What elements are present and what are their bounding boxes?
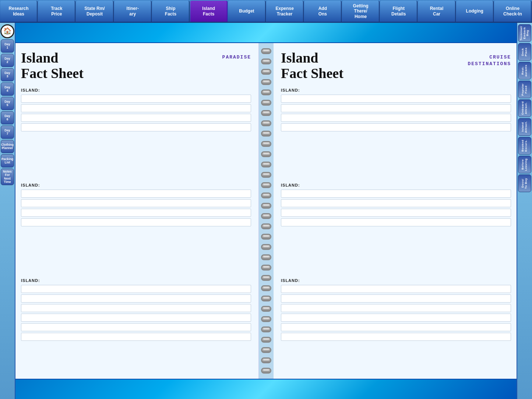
right-island-1-input-4[interactable] xyxy=(281,123,511,131)
spiral-ring xyxy=(261,368,271,374)
spiral-ring xyxy=(261,306,271,312)
left-island-2-input-3[interactable] xyxy=(21,209,251,217)
sidebar-day-6[interactable]: Day 6 xyxy=(1,111,14,124)
left-island-2-label: ISLAND: xyxy=(21,183,251,187)
right-island-2-input-4[interactable] xyxy=(281,218,511,226)
left-island-section-3: ISLAND: xyxy=(21,278,251,369)
spiral-ring xyxy=(261,296,271,301)
nav-track-price[interactable]: Track Price xyxy=(38,1,75,22)
nav-state-rm-deposit[interactable]: State Rm/ Deposit xyxy=(76,1,113,22)
right-island-3-label: ISLAND: xyxy=(281,278,511,283)
sidebar-onboard-attract[interactable]: Onboard Attract. xyxy=(518,99,531,117)
sidebar-day-2[interactable]: Day 2 xyxy=(1,54,14,67)
sidebar-restaurants[interactable]: Rest- aurants xyxy=(518,62,531,80)
left-island-2-input-1[interactable] xyxy=(21,190,251,198)
spiral-ring xyxy=(261,141,271,147)
nav-itinerary[interactable]: Itiner- ary xyxy=(114,1,152,22)
sidebar-day-1[interactable]: Day 1 xyxy=(1,39,14,53)
left-island-1-input-2[interactable] xyxy=(21,104,251,112)
nav-online-check-in[interactable]: Online Check-In xyxy=(494,1,532,22)
right-island-3-input-1[interactable] xyxy=(281,285,511,293)
spiral-ring xyxy=(261,357,271,363)
sidebar-deck-plans[interactable]: Deck Plans xyxy=(518,43,531,61)
spiral-ring xyxy=(261,162,271,167)
spiral-ring xyxy=(261,285,271,291)
left-island-1-input-4[interactable] xyxy=(21,123,251,131)
spiral-ring xyxy=(261,254,271,260)
right-island-3-input-4[interactable] xyxy=(281,314,511,322)
spiral-ring xyxy=(261,234,271,240)
spiral-ring xyxy=(261,120,271,126)
nav-add-ons[interactable]: Add Ons xyxy=(304,1,342,22)
sidebar-day-5[interactable]: Day 5 xyxy=(1,97,14,110)
left-island-1-input-3[interactable] xyxy=(21,114,251,122)
nav-lodging[interactable]: Lodging xyxy=(457,1,494,22)
left-island-3-label: ISLAND: xyxy=(21,278,251,283)
right-island-section-1: ISLAND: xyxy=(281,88,511,179)
spiral-ring xyxy=(261,265,271,271)
sidebar-clothing-planner[interactable]: Clothing Planner xyxy=(1,140,14,153)
spiral-ring xyxy=(261,89,271,95)
left-fact-sheet-subtitle: PARADISE xyxy=(222,54,251,61)
left-island-3-input-5[interactable] xyxy=(21,323,251,331)
right-island-3-input-5[interactable] xyxy=(281,323,511,331)
sidebar-packing-list[interactable]: Packing List xyxy=(1,154,14,167)
nav-island-facts[interactable]: Island Facts xyxy=(190,1,228,22)
sidebar-notes-next-time[interactable]: Notes For Next Time xyxy=(1,169,14,185)
right-island-2-label: ISLAND: xyxy=(281,183,511,187)
right-island-1-input-1[interactable] xyxy=(281,95,511,103)
sidebar-popular-food[interactable]: Popular Food xyxy=(518,81,531,98)
nav-getting-there-home[interactable]: Getting There/ Home xyxy=(342,1,380,22)
right-island-2-input-3[interactable] xyxy=(281,209,511,217)
spiral-ring xyxy=(261,337,271,343)
sidebar-booked-excurs[interactable]: Booked Excurs. xyxy=(518,137,531,155)
sidebar-terminal-embark-bag[interactable]: Terminal/ Embark Bag xyxy=(518,24,531,42)
top-navigation: Research Ideas Track Price State Rm/ Dep… xyxy=(0,0,532,23)
right-island-2-input-2[interactable] xyxy=(281,199,511,207)
nav-budget[interactable]: Budget xyxy=(228,1,265,22)
nav-expense-tracker[interactable]: Expense Tracker xyxy=(267,1,304,22)
sidebar-docs-to-buy[interactable]: Docs/ To Buy xyxy=(518,174,531,192)
left-sidebar: 🏠 Day 1 Day 2 Day 3 Day 4 Day 5 Day 6 Da… xyxy=(0,23,15,399)
nav-research-ideas[interactable]: Research Ideas xyxy=(0,1,38,22)
nav-rental-car[interactable]: Rental Car xyxy=(418,1,455,22)
left-fact-sheet-header: IslandFact Sheet PARADISE xyxy=(21,50,251,81)
left-island-1-input-1[interactable] xyxy=(21,95,251,103)
nav-ship-facts[interactable]: Ship Facts xyxy=(152,1,190,22)
spiral-ring xyxy=(261,48,271,54)
main-layout: 🏠 Day 1 Day 2 Day 3 Day 4 Day 5 Day 6 Da… xyxy=(0,23,532,399)
left-island-3-input-1[interactable] xyxy=(21,285,251,293)
left-island-3-input-3[interactable] xyxy=(21,304,251,312)
right-sidebar: Terminal/ Embark Bag Deck Plans Rest- au… xyxy=(517,23,532,399)
right-island-1-input-2[interactable] xyxy=(281,104,511,112)
spiral-binding xyxy=(259,43,274,379)
pages-area: IslandFact Sheet PARADISE ISLAND: ISLAND… xyxy=(15,43,517,379)
sidebar-island-attract[interactable]: Island Attract. xyxy=(518,118,531,136)
left-island-3-input-4[interactable] xyxy=(21,314,251,322)
spiral-ring xyxy=(261,182,271,188)
ocean-header-strip xyxy=(15,23,517,43)
right-island-section-3: ISLAND: xyxy=(281,278,511,369)
right-island-3-input-2[interactable] xyxy=(281,294,511,303)
center-content: IslandFact Sheet PARADISE ISLAND: ISLAND… xyxy=(15,23,517,399)
right-fact-sheet-header: IslandFact Sheet CRUISE DESTINATIONS xyxy=(281,50,511,81)
nav-flight-details[interactable]: Flight Details xyxy=(380,1,418,22)
left-island-2-input-4[interactable] xyxy=(21,218,251,226)
right-fact-sheet-subtitle: CRUISE DESTINATIONS xyxy=(468,54,511,67)
right-island-1-label: ISLAND: xyxy=(281,88,511,92)
left-island-2-input-2[interactable] xyxy=(21,199,251,207)
right-island-3-input-3[interactable] xyxy=(281,304,511,312)
right-island-3-input-6[interactable] xyxy=(281,333,511,341)
home-button[interactable]: 🏠 xyxy=(0,24,14,38)
spiral-ring xyxy=(261,275,271,281)
sidebar-day-7[interactable]: Day 7 xyxy=(1,126,14,139)
right-island-1-input-3[interactable] xyxy=(281,114,511,122)
right-island-2-input-1[interactable] xyxy=(281,190,511,198)
sidebar-day-3[interactable]: Day 3 xyxy=(1,68,14,81)
sidebar-before-leaving[interactable]: Before Leaving xyxy=(518,156,531,173)
spiral-ring xyxy=(261,79,271,85)
left-island-3-input-6[interactable] xyxy=(21,333,251,341)
spiral-ring xyxy=(261,100,271,106)
sidebar-day-4[interactable]: Day 4 xyxy=(1,82,14,96)
left-island-3-input-2[interactable] xyxy=(21,294,251,303)
